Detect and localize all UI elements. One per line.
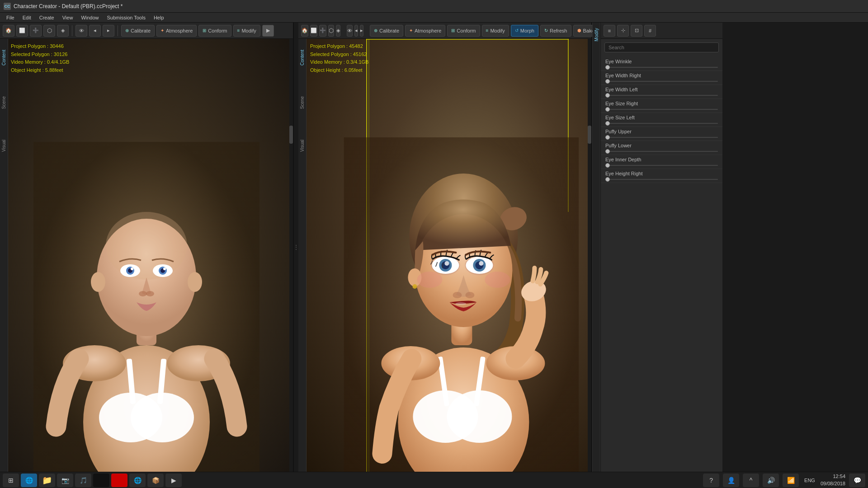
left-tab-visual[interactable]: Visual <box>0 138 7 154</box>
morph-thumb-2[interactable] <box>605 93 610 98</box>
svg-point-20 <box>146 291 154 296</box>
left-extra-btn[interactable]: ▶ <box>262 25 274 37</box>
prop-sliders-btn[interactable]: ≡ <box>604 25 615 37</box>
left-mode2-btn[interactable]: ▸ <box>103 25 114 37</box>
right-home-btn[interactable]: 🏠 <box>301 25 308 37</box>
left-modify-btn[interactable]: ≡ Modify <box>233 25 260 37</box>
left-vp-scrollbar-handle[interactable] <box>289 126 293 144</box>
taskbar-red-btn[interactable] <box>111 474 127 487</box>
morph-track-5[interactable] <box>605 137 718 138</box>
morph-track-1[interactable] <box>605 81 718 82</box>
left-mode1-btn[interactable]: ◂ <box>89 25 101 37</box>
taskbar-play-btn[interactable]: ▶ <box>165 474 182 487</box>
right-eye-btn[interactable]: 👁 <box>347 25 353 37</box>
date-display: 09/08/2018 <box>821 480 845 487</box>
taskbar-camera-btn[interactable]: 📷 <box>57 474 73 487</box>
menu-view[interactable]: View <box>59 14 77 21</box>
right-morph-btn[interactable]: ↺ Morph <box>511 25 538 37</box>
taskbar-black-btn[interactable] <box>93 474 109 487</box>
right-viewport[interactable]: Content Scene Visual Project Polygon : 4… <box>298 39 591 472</box>
right-refresh-btn[interactable]: ↻ Refresh <box>540 25 571 37</box>
left-add-btn[interactable]: ➕ <box>30 25 42 37</box>
menu-help[interactable]: Help <box>150 14 168 21</box>
taskbar-package-btn[interactable]: 📦 <box>147 474 164 487</box>
menu-window[interactable]: Window <box>77 14 102 21</box>
taskbar-files-btn[interactable]: 📁 <box>39 474 55 487</box>
morph-item-1: Eye Width Right <box>601 71 722 85</box>
morph-track-0[interactable] <box>605 67 718 68</box>
right-modify-btn[interactable]: ≡ Modify <box>482 25 509 37</box>
right-conform-btn[interactable]: ⊞ Conform <box>447 25 480 37</box>
right-mode1-btn[interactable]: ◂ <box>354 25 358 37</box>
morph-thumb-0[interactable] <box>605 65 610 70</box>
left-tab-scene[interactable]: Scene <box>0 94 7 111</box>
right-tab-visual[interactable]: Visual <box>299 138 306 154</box>
left-vp-scrollbar[interactable] <box>289 39 293 472</box>
left-conform-btn[interactable]: ⊞ Conform <box>198 25 231 37</box>
svg-point-19 <box>139 291 147 296</box>
morph-thumb-1[interactable] <box>605 79 610 84</box>
menu-file[interactable]: File <box>3 14 18 21</box>
right-tab-scene[interactable]: Scene <box>299 94 306 111</box>
morph-label-6: Puffy Lower <box>605 143 718 148</box>
left-character-figure <box>33 142 259 472</box>
menu-create[interactable]: Create <box>36 14 58 21</box>
right-atmosphere-btn[interactable]: ✦ Atmosphere <box>405 25 445 37</box>
taskbar-music-btn[interactable]: 🎵 <box>75 474 91 487</box>
morph-track-6[interactable] <box>605 151 718 152</box>
taskbar-browser2-btn[interactable]: 🌐 <box>129 474 146 487</box>
left-tab-content[interactable]: Content <box>0 48 7 67</box>
right-add-btn[interactable]: ➕ <box>319 25 326 37</box>
morph-label-8: Eye Height Right <box>605 171 718 176</box>
left-frame-btn[interactable]: ⬜ <box>16 25 28 37</box>
morph-search-input[interactable] <box>604 42 719 52</box>
svg-point-9 <box>91 272 105 292</box>
taskbar-notify-btn[interactable]: ^ <box>743 474 759 487</box>
right-hex-btn[interactable]: ⬡ <box>328 25 334 37</box>
app-icon: CC <box>4 3 11 10</box>
right-side-panel: Modify ≡ ⊹ ⊡ # Eye Wrinkle <box>592 23 868 472</box>
morph-thumb-6[interactable] <box>605 149 610 154</box>
center-divider[interactable] <box>294 23 298 472</box>
morph-thumb-4[interactable] <box>605 121 610 126</box>
right-vp-scrollbar[interactable] <box>588 39 591 472</box>
morph-track-3[interactable] <box>605 109 718 110</box>
left-viewport[interactable]: Content Scene Visual Project Polygon : 3… <box>0 39 293 472</box>
left-hex-btn[interactable]: ⬡ <box>43 25 55 37</box>
prop-grid-btn[interactable]: # <box>644 25 656 37</box>
left-home-btn[interactable]: 🏠 <box>3 25 14 37</box>
left-calibrate-btn[interactable]: ⊕ Calibrate <box>121 25 155 37</box>
taskbar-network-btn[interactable]: 📶 <box>783 474 799 487</box>
right-viewport-panel: 🏠 ⬜ ➕ ⬡ ◈ 👁 ◂ ▸ ⊕ Calibrate ✦ Atmosphere… <box>298 23 592 472</box>
taskbar-user-btn[interactable]: 👤 <box>723 474 739 487</box>
morph-track-7[interactable] <box>605 165 718 166</box>
morph-thumb-3[interactable] <box>605 107 610 112</box>
right-multi-btn[interactable]: ◈ <box>336 25 340 37</box>
right-mode2-btn[interactable]: ▸ <box>360 25 363 37</box>
taskbar-browser-btn[interactable]: 🌐 <box>21 474 37 487</box>
svg-rect-29 <box>459 406 467 424</box>
right-calibrate-btn[interactable]: ⊕ Calibrate <box>370 25 403 37</box>
left-eye-btn[interactable]: 👁 <box>75 25 87 37</box>
menu-edit[interactable]: Edit <box>19 14 35 21</box>
morph-track-8[interactable] <box>605 179 718 180</box>
morph-track-2[interactable] <box>605 95 718 96</box>
right-frame-btn[interactable]: ⬜ <box>310 25 317 37</box>
taskbar-chat-btn[interactable]: 💬 <box>849 474 865 487</box>
right-character-figure <box>344 137 579 472</box>
morph-track-4[interactable] <box>605 123 718 124</box>
taskbar-volume-btn[interactable]: 🔊 <box>763 474 779 487</box>
left-atmosphere-btn[interactable]: ✦ Atmosphere <box>156 25 197 37</box>
taskbar-help-btn[interactable]: ? <box>703 474 719 487</box>
morph-thumb-7[interactable] <box>605 163 610 168</box>
left-multi-btn[interactable]: ◈ <box>57 25 69 37</box>
right-tab-content[interactable]: Content <box>299 48 306 67</box>
menu-submission[interactable]: Submission Tools <box>104 14 149 21</box>
prop-transform-btn[interactable]: ⊹ <box>617 25 629 37</box>
right-vp-scrollbar-handle[interactable] <box>588 126 591 144</box>
morph-thumb-5[interactable] <box>605 135 610 140</box>
taskbar-start-btn[interactable]: ⊞ <box>3 474 19 487</box>
prop-mesh-btn[interactable]: ⊡ <box>631 25 642 37</box>
morph-label-7: Eye Inner Depth <box>605 157 718 162</box>
morph-thumb-8[interactable] <box>605 177 610 182</box>
